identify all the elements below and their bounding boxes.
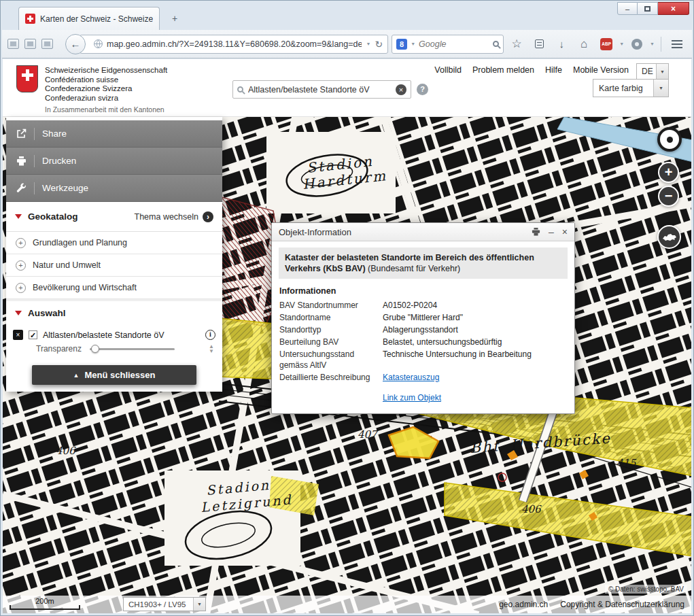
back-button[interactable]: ← bbox=[65, 34, 86, 54]
search-icon bbox=[237, 86, 243, 92]
url-text[interactable]: map.geo.admin.ch/?X=249138.11&Y=680698.2… bbox=[107, 39, 362, 49]
catalog-item-bevoelkerung[interactable]: + Bevölkerung und Wirtschaft bbox=[6, 277, 222, 299]
web-search-box[interactable]: 8 ▼ bbox=[392, 35, 504, 54]
minimize-button[interactable]: – bbox=[617, 2, 638, 15]
reload-icon[interactable]: ↻ bbox=[375, 39, 383, 50]
layer-order-arrows[interactable]: ▲ ▼ bbox=[209, 344, 214, 354]
object-information-popup: Objekt-Information – × Kataster der bela… bbox=[271, 222, 575, 414]
remove-layer-button[interactable]: × bbox=[13, 330, 23, 340]
browser-tab[interactable]: Karten der Schweiz - Schweize... bbox=[18, 7, 160, 30]
link-problem-melden[interactable]: Problem melden bbox=[472, 65, 534, 75]
info-value: Grube "Mittlerer Hard" bbox=[383, 312, 463, 323]
sidebar-menu: Share Drucken Werkzeuge Geokatalog Thema… bbox=[6, 117, 222, 392]
link-hilfe[interactable]: Hilfe bbox=[545, 65, 562, 75]
info-label: Beurteilung BAV bbox=[279, 337, 383, 347]
basemap-value: Karte farbig bbox=[593, 84, 653, 93]
move-layer-down-icon[interactable]: ▼ bbox=[209, 349, 214, 354]
info-row: Untersuchungsstand gemäss AltlV Technisc… bbox=[279, 349, 568, 371]
popup-close-button[interactable]: × bbox=[562, 227, 568, 237]
adblock-button[interactable]: ABP bbox=[597, 35, 616, 53]
geoadmin-link[interactable]: geo.admin.ch bbox=[499, 600, 548, 609]
new-tab-button[interactable]: + bbox=[167, 12, 183, 25]
layer-checkbox[interactable]: ✓ bbox=[29, 330, 37, 339]
downloads-icon[interactable]: ↓ bbox=[552, 35, 571, 53]
close-menu-label: Menü schliessen bbox=[84, 370, 155, 380]
map-search-input[interactable] bbox=[248, 85, 391, 95]
expand-icon[interactable]: + bbox=[16, 238, 26, 248]
zoom-in-button[interactable]: + bbox=[658, 162, 679, 183]
link-mobile-version[interactable]: Mobile Version bbox=[573, 65, 629, 75]
map-elevation-406: 406 bbox=[56, 445, 76, 457]
titlebar[interactable]: Karten der Schweiz - Schweize... + – × bbox=[2, 2, 692, 30]
url-dropdown-icon[interactable]: ▼ bbox=[366, 41, 370, 46]
sidebar-item-werkzeuge[interactable]: Werkzeuge bbox=[6, 175, 222, 202]
addon-button[interactable] bbox=[627, 35, 646, 53]
sidebar-item-share[interactable]: Share bbox=[6, 120, 222, 148]
basemap-select[interactable]: Karte farbig ▼ bbox=[593, 79, 669, 97]
copyright-link[interactable]: Copyright & Datenschutzerklärung bbox=[560, 600, 684, 609]
info-label: Detaillierte Beschreibung bbox=[279, 372, 383, 383]
printer-icon bbox=[16, 156, 27, 166]
maximize-button[interactable] bbox=[638, 2, 658, 15]
geokatalog-header[interactable]: Geokatalog Thema wechseln › bbox=[6, 202, 222, 232]
language-select[interactable]: DE ▼ bbox=[636, 63, 669, 80]
org-line: Confédération suisse bbox=[45, 75, 167, 85]
bookmark-star-icon[interactable]: ☆ bbox=[507, 35, 526, 53]
toolbar-shortcut-icon[interactable] bbox=[41, 39, 53, 49]
expand-icon[interactable]: + bbox=[16, 260, 26, 271]
adblock-caret-icon[interactable]: ▼ bbox=[619, 41, 624, 46]
katasterauszug-link[interactable]: Katasterauszug bbox=[383, 372, 439, 383]
toolbar-separator bbox=[661, 37, 661, 52]
close-menu-button[interactable]: ▲ Menü schliessen bbox=[32, 365, 196, 385]
link-vollbild[interactable]: Vollbild bbox=[434, 65, 462, 75]
zoom-out-button[interactable]: − bbox=[658, 186, 679, 207]
close-button[interactable]: × bbox=[658, 2, 689, 15]
info-row: Standortname Grube "Mittlerer Hard" bbox=[279, 312, 568, 323]
thema-wechseln-link[interactable]: Thema wechseln › bbox=[135, 211, 214, 222]
info-value: A01502-P0204 bbox=[383, 300, 437, 311]
google-icon[interactable]: 8 bbox=[396, 39, 407, 50]
slider-knob[interactable] bbox=[91, 345, 99, 353]
toolbar-shortcut-icon[interactable] bbox=[7, 39, 19, 49]
web-search-input[interactable] bbox=[419, 39, 489, 49]
basemap-caret-icon: ▼ bbox=[653, 80, 668, 97]
menu-button[interactable] bbox=[667, 35, 687, 53]
transparency-slider[interactable] bbox=[90, 348, 175, 350]
addon-caret-icon[interactable]: ▼ bbox=[650, 41, 655, 46]
popup-minimize-button[interactable]: – bbox=[549, 227, 554, 237]
projection-select[interactable]: CH1903+ / LV95 ▼ bbox=[123, 597, 206, 611]
geolocation-button[interactable] bbox=[657, 127, 682, 152]
info-label: BAV Standortnummer bbox=[279, 300, 383, 311]
navigation-toolbar: ← map.geo.admin.ch/?X=249138.11&Y=680698… bbox=[2, 30, 692, 58]
map-elevation-407: 407 bbox=[358, 428, 379, 441]
thema-wechseln-label: Thema wechseln bbox=[135, 212, 199, 222]
default-extent-button[interactable] bbox=[657, 225, 681, 249]
catalog-item-label: Natur und Umwelt bbox=[33, 260, 101, 270]
site-favicon-icon bbox=[25, 14, 35, 24]
layer-info-icon[interactable]: i bbox=[205, 330, 215, 340]
org-line: Confederaziun svizra bbox=[45, 94, 167, 103]
window-controls: – × bbox=[617, 2, 689, 15]
info-value: Technische Untersuchung in Bearbeitung bbox=[383, 349, 532, 360]
url-bar[interactable]: map.geo.admin.ch/?X=249138.11&Y=680698.2… bbox=[80, 35, 388, 54]
expand-icon[interactable]: + bbox=[16, 283, 26, 293]
auswahl-header[interactable]: Auswahl bbox=[6, 299, 222, 325]
link-zum-objekt[interactable]: Link zum Objekt bbox=[383, 392, 441, 403]
search-engine-caret-icon[interactable]: ▼ bbox=[411, 41, 415, 46]
popup-header[interactable]: Objekt-Information – × bbox=[272, 223, 574, 241]
menu-divider bbox=[34, 155, 35, 167]
catalog-item-grundlagen[interactable]: + Grundlagen und Planung bbox=[6, 232, 222, 254]
catalog-item-label: Bevölkerung und Wirtschaft bbox=[33, 283, 137, 292]
popup-print-button[interactable] bbox=[532, 228, 540, 236]
search-help-button[interactable]: ? bbox=[417, 84, 428, 95]
clear-search-button[interactable]: × bbox=[396, 84, 406, 95]
map-search-bar[interactable]: × bbox=[232, 80, 411, 99]
toolbar-shortcut-icon[interactable] bbox=[24, 39, 36, 49]
sidebar-item-drucken[interactable]: Drucken bbox=[6, 148, 222, 175]
search-go-icon[interactable] bbox=[493, 41, 499, 47]
bookmarks-panel-icon[interactable] bbox=[530, 35, 549, 53]
dataset-source: Kataster der belasteten Standorte im Ber… bbox=[279, 247, 568, 279]
catalog-item-natur[interactable]: + Natur und Umwelt bbox=[6, 254, 222, 277]
sidebar-item-label: Share bbox=[42, 129, 67, 139]
home-icon[interactable]: ⌂ bbox=[574, 35, 593, 53]
